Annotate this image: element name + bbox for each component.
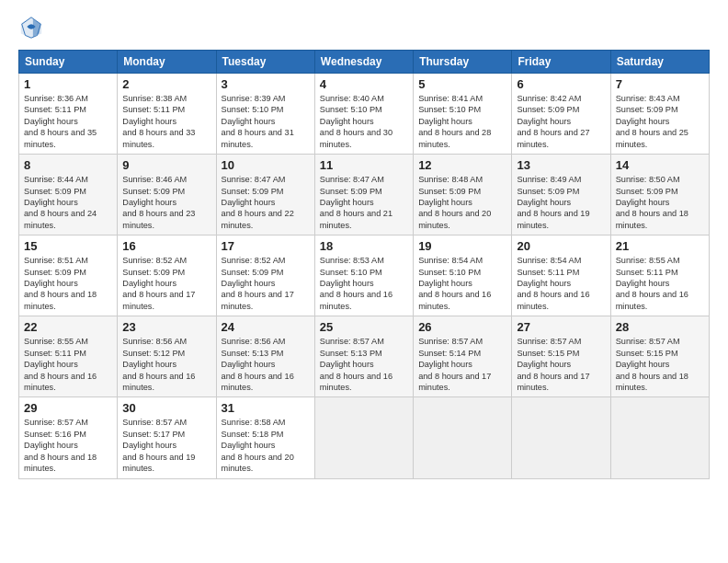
cell-content: Sunrise: 8:57 AMSunset: 5:16 PMDaylight … xyxy=(24,417,112,474)
day-cell: 24Sunrise: 8:56 AMSunset: 5:13 PMDayligh… xyxy=(216,316,314,397)
day-cell: 17Sunrise: 8:52 AMSunset: 5:09 PMDayligh… xyxy=(216,236,314,316)
day-number: 18 xyxy=(320,239,408,253)
cell-content: Sunrise: 8:39 AMSunset: 5:10 PMDaylight … xyxy=(222,93,310,150)
cell-content: Sunrise: 8:53 AMSunset: 5:10 PMDaylight … xyxy=(320,255,408,312)
day-cell: 22Sunrise: 8:55 AMSunset: 5:11 PMDayligh… xyxy=(19,316,118,397)
cell-content: Sunrise: 8:56 AMSunset: 5:12 PMDaylight … xyxy=(122,336,210,393)
day-cell: 3Sunrise: 8:39 AMSunset: 5:10 PMDaylight… xyxy=(216,74,314,155)
day-number: 28 xyxy=(616,320,704,334)
cell-content: Sunrise: 8:52 AMSunset: 5:09 PMDaylight … xyxy=(122,255,210,312)
day-cell: 31Sunrise: 8:58 AMSunset: 5:18 PMDayligh… xyxy=(216,397,314,478)
day-number: 9 xyxy=(122,158,210,172)
day-number: 30 xyxy=(122,401,210,415)
logo-icon xyxy=(18,15,44,40)
day-number: 8 xyxy=(24,158,112,172)
day-cell: 19Sunrise: 8:54 AMSunset: 5:10 PMDayligh… xyxy=(414,236,512,316)
cell-content: Sunrise: 8:50 AMSunset: 5:09 PMDaylight … xyxy=(616,174,704,231)
cell-content: Sunrise: 8:54 AMSunset: 5:10 PMDaylight … xyxy=(418,255,506,312)
day-cell: 21Sunrise: 8:55 AMSunset: 5:11 PMDayligh… xyxy=(610,236,709,316)
day-number: 26 xyxy=(418,320,506,334)
cell-content: Sunrise: 8:46 AMSunset: 5:09 PMDaylight … xyxy=(122,174,210,231)
day-number: 20 xyxy=(517,239,605,253)
cell-content: Sunrise: 8:49 AMSunset: 5:09 PMDaylight … xyxy=(517,174,605,231)
cell-content: Sunrise: 8:42 AMSunset: 5:09 PMDaylight … xyxy=(517,93,605,150)
day-cell: 16Sunrise: 8:52 AMSunset: 5:09 PMDayligh… xyxy=(118,236,216,316)
cell-content: Sunrise: 8:57 AMSunset: 5:17 PMDaylight … xyxy=(122,417,210,474)
weekday-header-monday: Monday xyxy=(118,51,216,74)
day-cell xyxy=(314,397,413,478)
day-number: 27 xyxy=(517,320,605,334)
day-number: 3 xyxy=(222,77,310,91)
cell-content: Sunrise: 8:48 AMSunset: 5:09 PMDaylight … xyxy=(418,174,506,231)
cell-content: Sunrise: 8:40 AMSunset: 5:10 PMDaylight … xyxy=(320,93,408,150)
cell-content: Sunrise: 8:43 AMSunset: 5:09 PMDaylight … xyxy=(616,93,704,150)
cell-content: Sunrise: 8:52 AMSunset: 5:09 PMDaylight … xyxy=(222,255,310,312)
day-cell: 14Sunrise: 8:50 AMSunset: 5:09 PMDayligh… xyxy=(610,155,709,236)
day-number: 5 xyxy=(418,77,506,91)
week-row-4: 22Sunrise: 8:55 AMSunset: 5:11 PMDayligh… xyxy=(19,316,710,397)
day-cell: 25Sunrise: 8:57 AMSunset: 5:13 PMDayligh… xyxy=(314,316,413,397)
cell-content: Sunrise: 8:38 AMSunset: 5:11 PMDaylight … xyxy=(122,93,210,150)
week-row-2: 8Sunrise: 8:44 AMSunset: 5:09 PMDaylight… xyxy=(19,155,710,236)
cell-content: Sunrise: 8:44 AMSunset: 5:09 PMDaylight … xyxy=(24,174,112,231)
day-number: 31 xyxy=(222,401,310,415)
day-cell: 18Sunrise: 8:53 AMSunset: 5:10 PMDayligh… xyxy=(314,236,413,316)
day-cell: 6Sunrise: 8:42 AMSunset: 5:09 PMDaylight… xyxy=(512,74,610,155)
day-number: 7 xyxy=(616,77,704,91)
cell-content: Sunrise: 8:58 AMSunset: 5:18 PMDaylight … xyxy=(222,417,310,474)
day-number: 10 xyxy=(222,158,310,172)
cell-content: Sunrise: 8:36 AMSunset: 5:11 PMDaylight … xyxy=(24,93,112,150)
week-row-3: 15Sunrise: 8:51 AMSunset: 5:09 PMDayligh… xyxy=(19,236,710,316)
weekday-header-thursday: Thursday xyxy=(414,51,512,74)
day-cell: 12Sunrise: 8:48 AMSunset: 5:09 PMDayligh… xyxy=(414,155,512,236)
day-cell: 5Sunrise: 8:41 AMSunset: 5:10 PMDaylight… xyxy=(414,74,512,155)
weekday-header-wednesday: Wednesday xyxy=(314,51,413,74)
cell-content: Sunrise: 8:55 AMSunset: 5:11 PMDaylight … xyxy=(616,255,704,312)
cell-content: Sunrise: 8:51 AMSunset: 5:09 PMDaylight … xyxy=(24,255,112,312)
weekday-header-sunday: Sunday xyxy=(19,51,118,74)
day-number: 25 xyxy=(320,320,408,334)
day-cell: 30Sunrise: 8:57 AMSunset: 5:17 PMDayligh… xyxy=(118,397,216,478)
day-cell xyxy=(512,397,610,478)
day-number: 19 xyxy=(418,239,506,253)
day-number: 13 xyxy=(517,158,605,172)
day-cell: 26Sunrise: 8:57 AMSunset: 5:14 PMDayligh… xyxy=(414,316,512,397)
day-number: 12 xyxy=(418,158,506,172)
calendar-table: SundayMondayTuesdayWednesdayThursdayFrid… xyxy=(18,50,710,479)
day-cell: 11Sunrise: 8:47 AMSunset: 5:09 PMDayligh… xyxy=(314,155,413,236)
day-number: 4 xyxy=(320,77,408,91)
day-cell: 20Sunrise: 8:54 AMSunset: 5:11 PMDayligh… xyxy=(512,236,610,316)
day-number: 17 xyxy=(222,239,310,253)
header xyxy=(18,15,710,40)
day-cell: 10Sunrise: 8:47 AMSunset: 5:09 PMDayligh… xyxy=(216,155,314,236)
day-number: 14 xyxy=(616,158,704,172)
day-cell: 23Sunrise: 8:56 AMSunset: 5:12 PMDayligh… xyxy=(118,316,216,397)
logo xyxy=(18,15,48,40)
day-cell: 2Sunrise: 8:38 AMSunset: 5:11 PMDaylight… xyxy=(118,74,216,155)
cell-content: Sunrise: 8:56 AMSunset: 5:13 PMDaylight … xyxy=(222,336,310,393)
day-number: 23 xyxy=(122,320,210,334)
day-cell: 1Sunrise: 8:36 AMSunset: 5:11 PMDaylight… xyxy=(19,74,118,155)
day-number: 22 xyxy=(24,320,112,334)
day-cell: 9Sunrise: 8:46 AMSunset: 5:09 PMDaylight… xyxy=(118,155,216,236)
day-cell xyxy=(610,397,709,478)
day-cell: 27Sunrise: 8:57 AMSunset: 5:15 PMDayligh… xyxy=(512,316,610,397)
cell-content: Sunrise: 8:47 AMSunset: 5:09 PMDaylight … xyxy=(222,174,310,231)
day-cell: 29Sunrise: 8:57 AMSunset: 5:16 PMDayligh… xyxy=(19,397,118,478)
day-number: 16 xyxy=(122,239,210,253)
day-cell: 13Sunrise: 8:49 AMSunset: 5:09 PMDayligh… xyxy=(512,155,610,236)
weekday-header-row: SundayMondayTuesdayWednesdayThursdayFrid… xyxy=(19,51,710,74)
weekday-header-friday: Friday xyxy=(512,51,610,74)
day-cell: 7Sunrise: 8:43 AMSunset: 5:09 PMDaylight… xyxy=(610,74,709,155)
cell-content: Sunrise: 8:41 AMSunset: 5:10 PMDaylight … xyxy=(418,93,506,150)
week-row-5: 29Sunrise: 8:57 AMSunset: 5:16 PMDayligh… xyxy=(19,397,710,478)
cell-content: Sunrise: 8:57 AMSunset: 5:14 PMDaylight … xyxy=(418,336,506,393)
day-number: 1 xyxy=(24,77,112,91)
day-cell: 8Sunrise: 8:44 AMSunset: 5:09 PMDaylight… xyxy=(19,155,118,236)
weekday-header-tuesday: Tuesday xyxy=(216,51,314,74)
day-number: 24 xyxy=(222,320,310,334)
day-number: 21 xyxy=(616,239,704,253)
page: SundayMondayTuesdayWednesdayThursdayFrid… xyxy=(0,0,728,488)
day-number: 6 xyxy=(517,77,605,91)
cell-content: Sunrise: 8:57 AMSunset: 5:15 PMDaylight … xyxy=(616,336,704,393)
